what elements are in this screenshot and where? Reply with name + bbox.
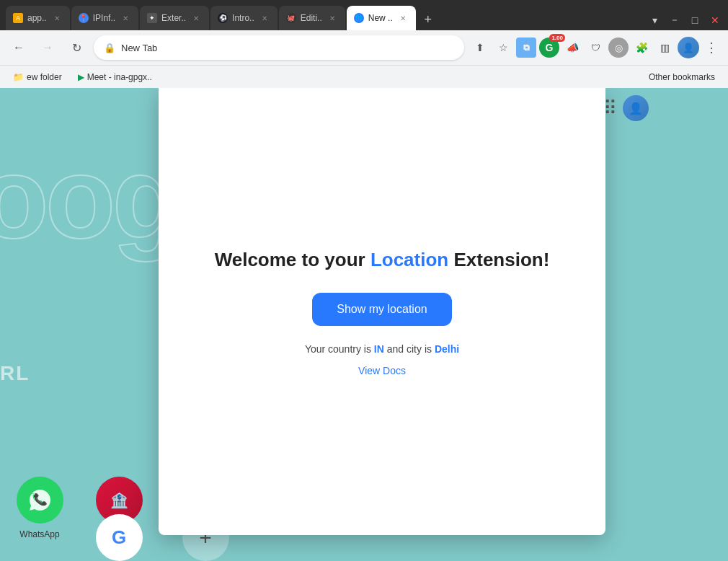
back-icon: ←	[13, 41, 25, 54]
tab-3-title: Exter..	[161, 13, 186, 23]
megaphone-button[interactable]: 📣	[562, 37, 582, 58]
show-location-button[interactable]: Show my location	[312, 293, 451, 326]
view-docs-link[interactable]: View Docs	[358, 365, 406, 376]
address-text: New Tab	[121, 43, 454, 53]
forward-button[interactable]: →	[36, 36, 59, 59]
meet-icon: ▶	[78, 72, 84, 82]
location-info-prefix: Your country is	[305, 343, 374, 355]
grammarly-extension[interactable]: G 1.00	[539, 37, 559, 58]
svg-text:📞: 📞	[32, 492, 47, 506]
folder-icon: 📁	[13, 72, 24, 82]
bookmark-new-folder-label: ew folder	[27, 72, 62, 82]
puzzle-icon: 🧩	[636, 42, 648, 53]
maximize-button[interactable]: □	[688, 13, 702, 27]
profile-avatar[interactable]: 👤	[678, 37, 699, 58]
bookmarks-bar: 📁 ew folder ▶ Meet - ina-gpgx.. Other bo…	[0, 65, 728, 88]
tab-2[interactable]: 📍 IPInf.. ✕	[71, 6, 138, 30]
tab-4[interactable]: ⚽ Intro.. ✕	[210, 6, 278, 30]
tab-3-close[interactable]: ✕	[190, 12, 202, 24]
add-tab-button[interactable]: +	[417, 9, 439, 30]
lock-icon: 🔒	[104, 43, 115, 53]
grammarly-badge: 1.00	[549, 34, 565, 42]
extension-popup: Welcome to your Location Extension! Show…	[159, 88, 605, 535]
popup-title-suffix: Extension!	[448, 249, 549, 270]
whatsapp-shortcut[interactable]: 📞 WhatsApp	[0, 469, 79, 547]
tab-6-title: New ..	[368, 13, 393, 23]
browser-frame: A app.. ✕ 📍 IPInf.. ✕ ✦ Exter.. ✕ ⚽ Intr…	[0, 0, 728, 561]
share-button[interactable]: ⬆	[470, 37, 490, 58]
address-box[interactable]: 🔒 New Tab	[94, 35, 464, 60]
shield-icon: 🛡	[591, 43, 600, 53]
main-content: oogle RL ⠿ 👤 Welcome to your Location Ex…	[0, 88, 728, 561]
tab-6-close[interactable]: ✕	[397, 12, 409, 24]
share-icon: ⬆	[476, 42, 484, 53]
popup-title-highlight: Location	[370, 249, 448, 270]
google-icon: G	[96, 514, 143, 561]
whatsapp-label: WhatsApp	[19, 529, 59, 539]
star-icon: ☆	[499, 42, 508, 53]
google-shortcut[interactable]: G	[79, 507, 159, 561]
location-info-middle: and city is	[384, 343, 435, 355]
avatar-image: 👤	[683, 43, 694, 53]
tab-1-close[interactable]: ✕	[51, 12, 63, 24]
tab-4-title: Intro..	[232, 13, 254, 23]
tab-2-title: IPInf..	[93, 13, 115, 23]
forward-icon: →	[42, 41, 53, 54]
sidebar-icon: ▥	[660, 42, 670, 53]
extensions-button[interactable]: 🧩	[631, 37, 652, 58]
shield-button[interactable]: 🛡	[585, 37, 605, 58]
grammarly-icon: G	[546, 42, 554, 53]
popup-title-prefix: Welcome to your	[215, 249, 370, 270]
refresh-button[interactable]: ↻	[65, 36, 88, 59]
bookmark-meet-label: Meet - ina-gpgx..	[87, 72, 152, 82]
refresh-icon: ↻	[72, 41, 81, 55]
tab-5-close[interactable]: ✕	[327, 12, 338, 24]
back-button[interactable]: ←	[7, 36, 30, 59]
bookmark-other[interactable]: Other bookmarks	[643, 70, 721, 84]
bookmark-meet[interactable]: ▶ Meet - ina-gpgx..	[72, 70, 158, 84]
location-ext-button[interactable]: ◎	[608, 37, 629, 58]
tab-1[interactable]: A app.. ✕	[6, 6, 70, 30]
tab-1-title: app..	[27, 13, 47, 23]
tab-2-close[interactable]: ✕	[120, 12, 131, 24]
copy-icon: ⧉	[523, 43, 530, 53]
city-value: Delhi	[435, 343, 459, 355]
close-window-button[interactable]: ✕	[708, 13, 722, 27]
sidebar-toggle[interactable]: ▥	[654, 37, 675, 58]
other-bookmarks-label: Other bookmarks	[649, 72, 715, 82]
tab-dropdown-button[interactable]: ▾	[647, 13, 662, 27]
tab-3[interactable]: ✦ Exter.. ✕	[140, 6, 209, 30]
toolbar-icons: ⬆ ☆ ⧉ G 1.00 📣 🛡	[470, 37, 721, 58]
address-bar-row: ← → ↻ 🔒 New Tab ⬆ ☆ ⧉ G	[0, 30, 728, 65]
megaphone-icon: 📣	[567, 42, 579, 53]
whatsapp-icon: 📞	[17, 477, 63, 524]
bookmark-new-folder[interactable]: 📁 ew folder	[7, 70, 68, 84]
country-value: IN	[374, 343, 384, 355]
google-profile-avatar[interactable]: 👤	[623, 95, 649, 121]
location-info: Your country is IN and city is Delhi	[305, 343, 459, 355]
tab-5-title: Editi..	[301, 13, 322, 23]
bg-url-text: RL	[0, 362, 30, 385]
copy-button[interactable]: ⧉	[516, 37, 536, 58]
bookmark-button[interactable]: ☆	[493, 37, 513, 58]
chrome-menu-button[interactable]: ⋮	[702, 37, 721, 58]
minimize-button[interactable]: －	[667, 13, 682, 27]
circle-icon: ◎	[615, 43, 623, 53]
tab-5[interactable]: 🐙 Editi.. ✕	[279, 6, 345, 30]
tab-6[interactable]: 🌐 New .. ✕	[347, 6, 416, 30]
popup-title: Welcome to your Location Extension!	[215, 247, 550, 273]
tab-bar: A app.. ✕ 📍 IPInf.. ✕ ✦ Exter.. ✕ ⚽ Intr…	[0, 0, 728, 30]
menu-dots-icon: ⋮	[705, 40, 718, 55]
tab-4-close[interactable]: ✕	[259, 12, 270, 24]
